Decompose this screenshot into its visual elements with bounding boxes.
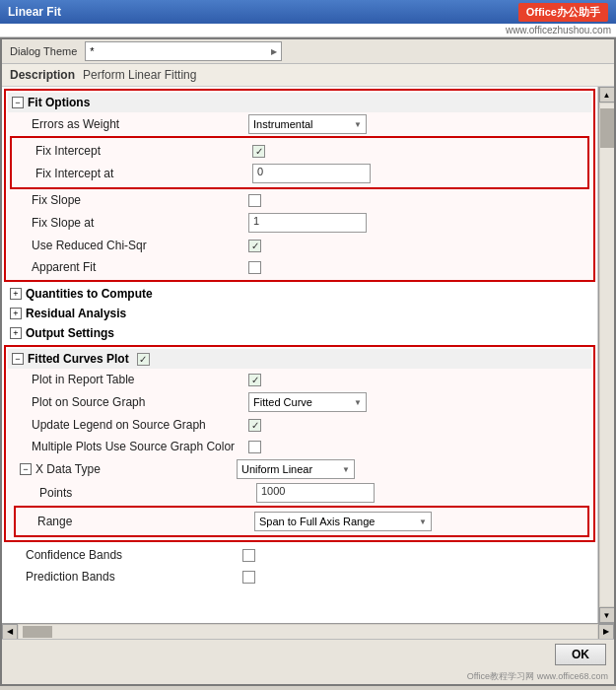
fit-options-header[interactable]: − Fit Options xyxy=(8,93,591,112)
instrumental-arrow-icon: ▼ xyxy=(354,120,362,129)
x-data-type-subsection: − X Data Type Uniform Linear ▼ Points xyxy=(12,457,591,537)
quantities-toggle[interactable]: + xyxy=(10,288,22,300)
fitted-curves-toggle[interactable]: − xyxy=(12,353,24,365)
description-row: Description Perform Linear Fitting xyxy=(2,64,614,87)
use-reduced-chisqr-checkbox[interactable] xyxy=(248,240,261,252)
description-value: Perform Linear Fitting xyxy=(83,68,196,82)
title-bar: Linear Fit Office办公助手 xyxy=(0,0,616,24)
fit-options-title: Fit Options xyxy=(28,96,90,109)
apparent-fit-label: Apparent Fit xyxy=(32,260,248,274)
output-settings-toggle[interactable]: + xyxy=(10,327,22,339)
fix-slope-label: Fix Slope xyxy=(32,193,248,207)
fix-slope-at-value: 1 xyxy=(248,213,587,233)
prediction-bands-label: Prediction Bands xyxy=(26,570,242,584)
hscroll-left-btn[interactable]: ◀ xyxy=(2,624,18,640)
fix-slope-row: Fix Slope xyxy=(8,189,591,211)
errors-as-weight-select[interactable]: Instrumental ▼ xyxy=(248,114,367,134)
update-legend-checkbox[interactable] xyxy=(248,419,261,432)
x-data-type-label: X Data Type xyxy=(35,462,101,476)
confidence-bands-value xyxy=(242,549,593,562)
apparent-fit-row: Apparent Fit xyxy=(8,256,591,278)
dialog-body: − Fit Options Errors as Weight Instrumen… xyxy=(2,87,614,623)
fit-options-toggle[interactable]: − xyxy=(12,97,24,108)
multiple-plots-row: Multiple Plots Use Source Graph Color xyxy=(8,436,591,457)
range-label: Range xyxy=(37,515,254,528)
plot-on-source-value: Fitted Curve ▼ xyxy=(248,392,587,412)
fit-options-section: − Fit Options Errors as Weight Instrumen… xyxy=(4,89,595,282)
update-legend-row: Update Legend on Source Graph xyxy=(8,414,591,436)
x-data-type-select[interactable]: Uniform Linear ▼ xyxy=(237,459,355,479)
hscroll-thumb[interactable] xyxy=(23,626,52,638)
hscroll-track[interactable] xyxy=(19,625,597,639)
fix-slope-at-input[interactable]: 1 xyxy=(248,213,367,233)
horizontal-scrollbar[interactable]: ◀ ▶ xyxy=(2,623,614,639)
x-data-type-value: Uniform Linear ▼ xyxy=(237,459,587,479)
points-input[interactable]: 1000 xyxy=(256,483,375,503)
quantities-section[interactable]: + Quantities to Compute xyxy=(2,284,597,304)
errors-as-weight-value: Instrumental ▼ xyxy=(248,114,587,134)
residual-toggle[interactable]: + xyxy=(10,308,22,319)
confidence-bands-row: Confidence Bands xyxy=(2,544,597,566)
theme-arrow-icon: ▶ xyxy=(271,47,277,56)
range-row: Range Span to Full Axis Range ▼ xyxy=(18,510,585,533)
fix-intercept-at-value: 0 xyxy=(252,164,583,183)
range-highlight: Range Span to Full Axis Range ▼ xyxy=(14,506,589,537)
fix-slope-at-row: Fix Slope at 1 xyxy=(8,211,591,235)
scroll-down-btn[interactable]: ▼ xyxy=(599,607,615,623)
points-row: Points 1000 xyxy=(12,481,591,505)
plot-on-source-label: Plot on Source Graph xyxy=(32,395,248,409)
brand-label: Office办公助手 xyxy=(518,3,608,22)
x-data-type-row: − X Data Type Uniform Linear ▼ xyxy=(12,457,591,481)
x-data-type-arrow-icon: ▼ xyxy=(342,465,350,474)
plot-in-report-value xyxy=(248,374,587,386)
fix-intercept-value xyxy=(252,145,583,158)
fix-intercept-group: Fix Intercept Fix Intercept at 0 xyxy=(10,136,589,189)
prediction-bands-checkbox[interactable] xyxy=(242,571,255,584)
plot-in-report-label: Plot in Report Table xyxy=(32,373,248,386)
fix-intercept-checkbox[interactable] xyxy=(252,145,265,158)
use-reduced-chisqr-label: Use Reduced Chi-Sqr xyxy=(32,239,248,252)
footer-buttons: OK xyxy=(10,644,606,665)
apparent-fit-value xyxy=(248,261,587,274)
output-settings-section[interactable]: + Output Settings xyxy=(2,323,597,343)
scroll-track[interactable] xyxy=(600,104,614,606)
quantities-title: Quantities to Compute xyxy=(26,287,153,301)
fix-intercept-label: Fix Intercept xyxy=(35,144,252,158)
residual-section[interactable]: + Residual Analysis xyxy=(2,304,597,323)
fitted-curves-main-checkbox[interactable] xyxy=(137,353,150,366)
vertical-scrollbar[interactable]: ▲ ▼ xyxy=(598,87,614,623)
x-data-type-header: − X Data Type xyxy=(20,462,237,476)
confidence-bands-checkbox[interactable] xyxy=(242,549,255,562)
description-label: Description xyxy=(10,68,75,82)
scroll-up-btn[interactable]: ▲ xyxy=(599,87,615,103)
confidence-bands-label: Confidence Bands xyxy=(26,548,242,562)
use-reduced-chisqr-row: Use Reduced Chi-Sqr xyxy=(8,235,591,256)
fitted-curves-header[interactable]: − Fitted Curves Plot xyxy=(8,349,591,369)
multiple-plots-label: Multiple Plots Use Source Graph Color xyxy=(32,440,248,453)
fix-intercept-at-input[interactable]: 0 xyxy=(252,164,371,183)
hscroll-right-btn[interactable]: ▶ xyxy=(598,624,614,640)
use-reduced-chisqr-value xyxy=(248,240,587,252)
x-data-type-toggle[interactable]: − xyxy=(20,463,32,475)
fix-slope-checkbox[interactable] xyxy=(248,194,261,207)
ok-button[interactable]: OK xyxy=(555,644,606,665)
multiple-plots-value xyxy=(248,441,587,453)
main-scroll-area[interactable]: − Fit Options Errors as Weight Instrumen… xyxy=(2,87,598,623)
apparent-fit-checkbox[interactable] xyxy=(248,261,261,274)
dialog-toolbar: Dialog Theme * ▶ xyxy=(2,39,614,64)
dialog-theme-select[interactable]: * ▶ xyxy=(85,41,282,61)
range-arrow-icon: ▼ xyxy=(419,518,427,526)
multiple-plots-checkbox[interactable] xyxy=(248,441,261,453)
scroll-thumb[interactable] xyxy=(600,108,614,148)
fitted-curve-arrow-icon: ▼ xyxy=(354,398,362,407)
fix-slope-value xyxy=(248,194,587,207)
fix-intercept-at-label: Fix Intercept at xyxy=(35,167,252,180)
plot-on-source-select[interactable]: Fitted Curve ▼ xyxy=(248,392,367,412)
fix-intercept-row: Fix Intercept xyxy=(12,140,587,162)
range-select[interactable]: Span to Full Axis Range ▼ xyxy=(254,512,432,531)
prediction-bands-row: Prediction Bands xyxy=(2,566,597,587)
plot-in-report-checkbox[interactable] xyxy=(248,374,261,386)
dialog-title: Linear Fit xyxy=(8,5,61,19)
fitted-curves-title: Fitted Curves Plot xyxy=(28,352,129,366)
points-label: Points xyxy=(39,486,256,500)
